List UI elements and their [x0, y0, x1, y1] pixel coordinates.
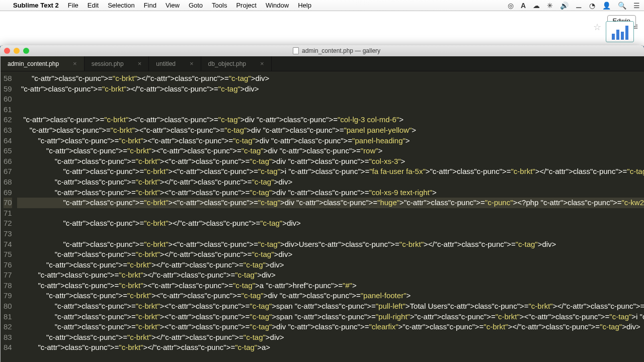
- menu-project[interactable]: Project: [236, 2, 256, 9]
- tab-bar: admin_content.php×session.php×untitled×d…: [1, 56, 644, 71]
- sync-icon[interactable]: ✳: [547, 2, 553, 10]
- menu-help[interactable]: Help: [298, 2, 311, 9]
- menu-edit[interactable]: Edit: [88, 2, 99, 9]
- close-tab-icon[interactable]: ×: [73, 60, 77, 67]
- zoom-window-icon[interactable]: [23, 48, 29, 54]
- window-controls: [4, 48, 29, 54]
- tab-label: admin_content.php: [8, 60, 59, 67]
- window-titlebar[interactable]: admin_content.php — gallery: [0, 45, 644, 56]
- menu-tools[interactable]: Tools: [212, 2, 227, 9]
- volume-icon[interactable]: 🔊: [560, 2, 569, 10]
- menubar-status-right: ◎ A ☁ ✳ 🔊 ⚊ ◔ 👤 🔍 ☰: [508, 2, 640, 10]
- code-editor[interactable]: 5859606162636465666768697071727374757677…: [1, 71, 644, 362]
- mac-menubar: Sublime Text 2 File Edit Selection Find …: [0, 0, 644, 11]
- status-icon[interactable]: ◎: [508, 2, 514, 10]
- menu-view[interactable]: View: [166, 2, 180, 9]
- browser-strip: Edwin ☆ ≡: [0, 11, 644, 46]
- close-tab-icon[interactable]: ×: [260, 60, 264, 67]
- tab-label: untitled: [156, 60, 176, 67]
- code-area: admin_content.php×session.php×untitled×d…: [1, 56, 644, 362]
- document-icon: [293, 47, 299, 54]
- app-name[interactable]: Sublime Text 2: [13, 2, 59, 9]
- spotlight-icon[interactable]: 🔍: [618, 2, 626, 10]
- user-icon[interactable]: 👤: [602, 2, 611, 10]
- adobe-icon[interactable]: A: [521, 2, 526, 10]
- editor-tab[interactable]: db_object.php×: [201, 56, 272, 71]
- tab-label: session.php: [92, 60, 124, 67]
- battery-icon[interactable]: ◔: [589, 2, 595, 10]
- close-tab-icon[interactable]: ×: [138, 60, 142, 67]
- editor-tab[interactable]: admin_content.php×: [1, 56, 85, 71]
- notifications-icon[interactable]: ☰: [633, 2, 640, 10]
- bookmark-star-icon[interactable]: ☆: [593, 22, 601, 33]
- wifi-icon[interactable]: ⚊: [576, 2, 582, 10]
- code-content[interactable]: "c-attr">class"c-punc">="c-brkt"></"c-at…: [17, 71, 644, 362]
- tab-label: db_object.php: [208, 60, 246, 67]
- editor-tab[interactable]: untitled×: [149, 56, 201, 71]
- close-tab-icon[interactable]: ×: [190, 60, 194, 67]
- line-gutter[interactable]: 5859606162636465666768697071727374757677…: [1, 71, 17, 362]
- menu-file[interactable]: File: [68, 2, 78, 9]
- desktop-chart-icon[interactable]: [606, 21, 634, 42]
- minimize-window-icon[interactable]: [14, 48, 20, 54]
- editor-tab[interactable]: session.php×: [85, 56, 149, 71]
- close-window-icon[interactable]: [4, 48, 10, 54]
- cloud-icon[interactable]: ☁: [533, 2, 540, 10]
- menu-selection[interactable]: Selection: [108, 2, 134, 9]
- window-title: admin_content.php — gallery: [302, 47, 380, 54]
- menu-goto[interactable]: Goto: [189, 2, 203, 9]
- menu-find[interactable]: Find: [144, 2, 156, 9]
- editor-window: admin_content.php — gallery FOLDERS ▼ ga…: [0, 45, 644, 362]
- menu-window[interactable]: Window: [266, 2, 289, 9]
